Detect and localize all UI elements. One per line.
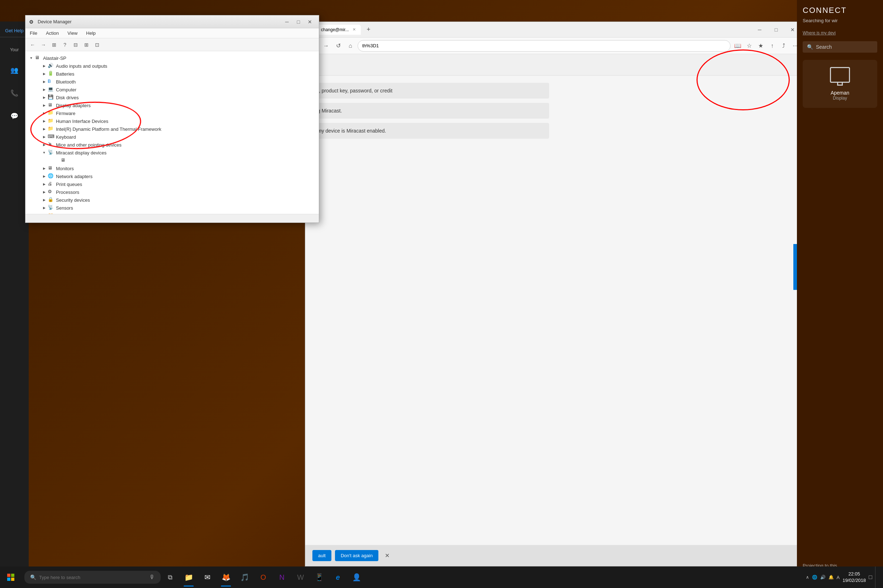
notification-tray-icon[interactable]: 🔔 — [829, 575, 834, 580]
list-item[interactable]: ▶ 📁 Firmware — [29, 109, 316, 117]
list-item[interactable]: ▶ 🔊 Audio inputs and outputs — [29, 62, 316, 70]
phone-link-icon[interactable]: 📱 — [310, 567, 328, 588]
svg-rect-0 — [7, 574, 11, 577]
dm-icon-button4[interactable]: ⊞ — [81, 40, 92, 50]
expand-icon: ▶ — [41, 102, 47, 108]
address-bar[interactable] — [358, 40, 731, 52]
dm-icon-button1[interactable]: ⊞ — [49, 40, 59, 50]
list-item[interactable]: ▶ 💾 Disk drives — [29, 93, 316, 101]
show-desktop-button[interactable] — [875, 567, 879, 588]
network-tray-icon[interactable]: 🌐 — [812, 575, 817, 580]
network-adapters-item[interactable]: ▶ 🌐 Network adapters — [29, 172, 316, 180]
dm-icon-button5[interactable]: ⊡ — [92, 40, 102, 50]
firefox-icon[interactable]: 🦊 — [217, 567, 235, 588]
list-item[interactable]: ▶ 🖥 Display adapters — [29, 101, 316, 109]
refresh-button[interactable]: ↺ — [333, 41, 343, 51]
action-menu[interactable]: Action — [42, 29, 63, 37]
window-controls: ─ □ ✕ — [751, 24, 801, 36]
sync-button[interactable]: ↑ — [767, 41, 777, 51]
help-menu[interactable]: Help — [82, 29, 100, 37]
browser-minimize-button[interactable]: ─ — [751, 24, 768, 36]
list-item[interactable]: ▶ ⌨ Keyboard — [29, 133, 316, 141]
svg-rect-2 — [7, 578, 11, 581]
dismiss-button[interactable]: ✕ — [382, 549, 393, 562]
dm-icon-button2[interactable]: ? — [60, 40, 70, 50]
tab-close-icon[interactable]: ✕ — [352, 27, 356, 32]
clock-display[interactable]: 22:05 19/02/2018 — [842, 571, 866, 584]
wacom-icon[interactable]: W — [291, 567, 310, 588]
people-icon[interactable]: 👤 — [347, 567, 366, 588]
dont-ask-button[interactable]: Don't ask again — [335, 550, 378, 561]
reader-view-button[interactable]: 📖 — [733, 41, 743, 51]
security-devices-item[interactable]: ▶ 🔒 Security devices — [29, 196, 316, 204]
mice-devices-item[interactable]: ▶ 🖱 Mice and other pointing devices — [29, 141, 316, 149]
minimize-button[interactable]: ─ — [281, 18, 292, 26]
monitors-item[interactable]: ▶ 🖥 Monitors — [29, 165, 316, 172]
maximize-button[interactable]: □ — [293, 18, 304, 26]
list-item[interactable]: ▶ B Bluetooth — [29, 78, 316, 86]
home-button[interactable]: ⌂ — [345, 41, 355, 51]
bookmark-list-button[interactable]: ★ — [756, 41, 766, 51]
miracast-devices-item[interactable]: ▼ 📡 Miracast display devices — [29, 149, 316, 157]
expand-icon: ▶ — [41, 79, 47, 85]
taskbar-search-box[interactable]: 🔍 🎙 — [24, 571, 161, 584]
content-block-1: r, product key, password, or credit — [312, 83, 549, 99]
device-manager-titlebar: ⚙ Device Manager ─ □ ✕ — [26, 15, 319, 28]
default-button[interactable]: ault — [312, 550, 331, 561]
collapse-icon: ▼ — [41, 150, 47, 156]
device-type: Display — [833, 96, 847, 100]
close-button[interactable]: ✕ — [304, 18, 315, 26]
connect-panel: CONNECT Searching for wir Where is my de… — [797, 0, 883, 588]
get-help-button[interactable]: Get Help — [0, 25, 29, 37]
computer-icon: 🖥 — [35, 55, 41, 61]
forward-button[interactable]: → — [38, 40, 48, 50]
list-item[interactable]: ▶ 📁 Intel(R) Dynamic Platform and Therma… — [29, 125, 316, 133]
expand-icon: ▶ — [41, 189, 47, 195]
where-is-device-link[interactable]: Where is my devi — [803, 30, 877, 36]
file-menu[interactable]: File — [26, 29, 42, 37]
miracast-child-device[interactable]: 🖥 — [29, 157, 316, 165]
mail-icon[interactable]: ✉ — [198, 567, 217, 588]
task-view-button[interactable]: ⧉ — [161, 567, 179, 588]
expand-icon: ▶ — [41, 181, 47, 187]
forward-nav-button[interactable]: → — [321, 41, 331, 51]
back-button[interactable]: ← — [28, 40, 38, 50]
sensors-item[interactable]: ▶ 📡 Sensors — [29, 204, 316, 212]
sidebar-people-icon[interactable]: 👥 — [6, 62, 22, 78]
edge-icon[interactable]: e — [328, 567, 347, 588]
root-node-label: Alastair-SP — [43, 56, 66, 61]
file-explorer-icon[interactable]: 📁 — [179, 567, 198, 588]
office-icon[interactable]: O — [254, 567, 272, 588]
share-button[interactable]: ⤴ — [779, 41, 789, 51]
browser-content: r, product key, password, or credit g Mi… — [305, 54, 804, 566]
tree-root-node[interactable]: ▼ 🖥 Alastair-SP — [29, 54, 316, 62]
date-display: 19/02/2018 — [842, 577, 866, 584]
processors-item[interactable]: ▶ ⚙ Processors — [29, 188, 316, 196]
search-input[interactable] — [39, 575, 146, 580]
print-queues-item[interactable]: ▶ 🖨 Print queues — [29, 180, 316, 188]
onenote-icon[interactable]: N — [272, 567, 291, 588]
sidebar-call-icon[interactable]: 📞 — [6, 85, 22, 101]
tray-expand-icon[interactable]: ∧ — [806, 575, 809, 580]
start-button[interactable] — [0, 567, 21, 588]
speaker-tray-icon[interactable]: 🔊 — [820, 575, 826, 580]
connect-title: CONNECT — [803, 6, 877, 15]
keyboard-layout-icon[interactable]: A — [837, 575, 840, 580]
list-item[interactable]: ▶ 💻 Computer — [29, 86, 316, 93]
dm-icon-button3[interactable]: ⊟ — [71, 40, 81, 50]
list-item[interactable]: ▶ 📁 Human Interface Devices — [29, 117, 316, 125]
new-tab-button[interactable]: + — [364, 25, 374, 35]
expand-icon — [54, 158, 60, 164]
view-menu[interactable]: View — [63, 29, 82, 37]
system-tray: ∧ 🌐 🔊 🔔 A 22:05 19/02/2018 □ — [806, 567, 883, 588]
expand-icon: ▶ — [41, 142, 47, 148]
list-item[interactable]: ▶ 🔋 Batteries — [29, 70, 316, 78]
connect-device-item[interactable]: Apeman Display — [803, 60, 877, 108]
browser-tabbar: P change@mir... ✕ + ─ □ ✕ — [305, 22, 804, 38]
browser-maximize-button[interactable]: □ — [768, 24, 784, 36]
connect-search-button[interactable]: 🔍 Search — [803, 41, 877, 52]
bookmark-button[interactable]: ☆ — [744, 41, 754, 51]
spotify-icon[interactable]: 🎵 — [235, 567, 254, 588]
sidebar-chat-icon[interactable]: 💬 — [6, 108, 22, 124]
action-center-icon[interactable]: □ — [869, 574, 872, 580]
